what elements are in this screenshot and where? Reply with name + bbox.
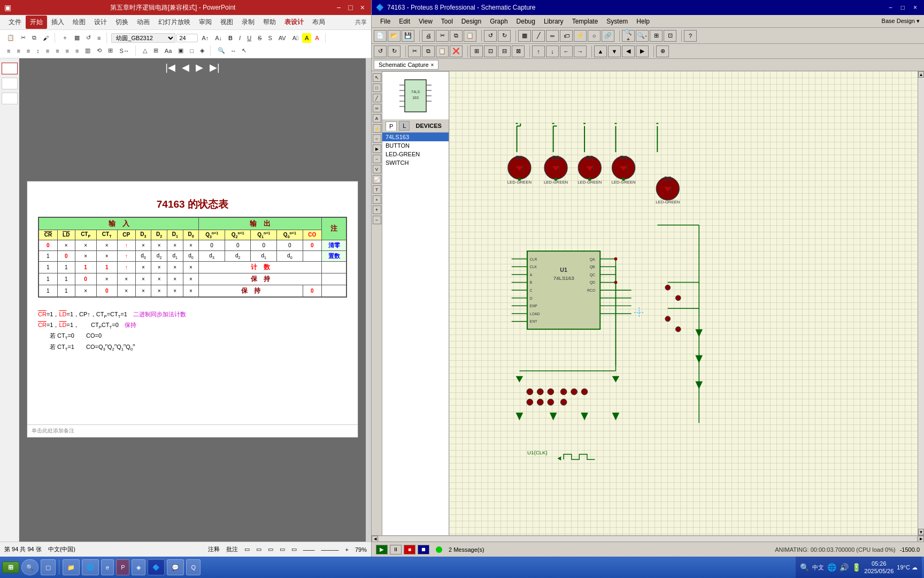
ppt-align-left-btn[interactable]: ≡ — [43, 46, 52, 56]
ppt-align-right-btn[interactable]: ≡ — [63, 46, 72, 56]
ppt-reset-btn[interactable]: ↺ — [83, 33, 94, 43]
ppt-quick-style-btn[interactable]: Aa — [162, 46, 174, 56]
p-zoom-area-btn[interactable]: ⊡ — [664, 30, 676, 42]
ppt-close-btn[interactable]: × — [358, 3, 367, 12]
proteus-menu-library[interactable]: Library — [540, 17, 568, 26]
ppt-layout-btn[interactable]: ▦ — [72, 33, 82, 43]
ppt-font-select[interactable]: 幼圆_GB2312 — [111, 33, 175, 43]
proteus-menu-template[interactable]: Template — [568, 17, 603, 26]
p-open-btn[interactable]: 📂 — [388, 30, 401, 42]
taskbar-explorer[interactable]: 📁 — [63, 559, 80, 575]
taskbar-edge[interactable]: 🌐 — [82, 559, 99, 575]
p-t2-btn9[interactable]: ⊟ — [498, 45, 511, 57]
scroll-right-btn[interactable]: ▶ — [918, 536, 924, 542]
p-t2-btn16[interactable]: ▼ — [608, 45, 621, 57]
p-zoom-out-btn[interactable]: 🔍- — [636, 30, 649, 42]
proto-bus-btn[interactable]: ═ — [373, 104, 381, 112]
proteus-menu-file[interactable]: File — [376, 17, 395, 26]
ppt-numbering-btn[interactable]: ≡ — [14, 46, 22, 56]
slide-next-btn[interactable]: ▶ — [196, 62, 203, 73]
proteus-min-btn[interactable]: − — [886, 4, 895, 11]
p-t2-btn7[interactable]: ⊞ — [470, 45, 483, 57]
ppt-min-btn[interactable]: − — [334, 3, 343, 12]
ppt-view-read[interactable]: ▭ — [280, 546, 285, 553]
p-t2-btn2[interactable]: ↻ — [388, 45, 401, 57]
ppt-spacing-btn[interactable]: AV — [276, 33, 289, 43]
ppt-max-btn[interactable]: □ — [346, 3, 355, 12]
ppt-underline-btn[interactable]: U — [244, 33, 254, 43]
proteus-menu-debug[interactable]: Debug — [512, 17, 540, 26]
device-tab-l[interactable]: L — [399, 121, 410, 131]
device-item-button[interactable]: BUTTON — [382, 141, 449, 150]
p-help-btn[interactable]: ? — [684, 30, 697, 42]
ppt-align-center-btn[interactable]: ≡ — [53, 46, 61, 56]
ppt-select-btn[interactable]: ↖ — [239, 45, 249, 56]
ppt-menu-draw[interactable]: 绘图 — [68, 16, 90, 29]
schematic-canvas[interactable]: D1 LED-GREEN D2 LED-GREEN D3 — [449, 71, 918, 535]
ppt-convert-btn[interactable]: S↔ — [117, 46, 132, 56]
ppt-menu-anim[interactable]: 动画 — [133, 16, 154, 29]
device-item-switch[interactable]: SWITCH — [382, 158, 449, 167]
ppt-bold-btn[interactable]: B — [226, 33, 235, 43]
p-t2-btn15[interactable]: ▲ — [594, 45, 607, 57]
proto-component-btn[interactable]: □ — [373, 83, 381, 92]
ppt-cut-btn[interactable]: ✂ — [18, 33, 28, 43]
proto-power-btn[interactable]: ⚡ — [373, 124, 381, 133]
scroll-up-btn[interactable]: ▲ — [918, 71, 924, 78]
proto-select-btn[interactable]: ↖ — [373, 73, 381, 82]
p-probe-btn[interactable]: ○ — [588, 30, 600, 42]
ppt-columns-btn[interactable]: ▥ — [82, 45, 93, 56]
proto-probe-btn[interactable]: ○ — [373, 134, 381, 143]
proto-gen-btn[interactable]: ~ — [373, 155, 381, 163]
taskbar-search[interactable]: 🔍 — [21, 559, 38, 575]
ppt-slide-thumb-3[interactable] — [2, 93, 18, 104]
p-t2-btn8[interactable]: ⊡ — [484, 45, 497, 57]
p-undo-btn[interactable]: ↺ — [484, 30, 497, 42]
sim-step-btn[interactable]: ⏸ — [390, 545, 402, 554]
ppt-menu-review[interactable]: 审阅 — [195, 16, 216, 29]
p-wire-btn[interactable]: ╱ — [532, 30, 545, 42]
p-block-btn[interactable]: ▦ — [518, 30, 531, 42]
proteus-menu-tool[interactable]: Tool — [437, 17, 457, 26]
p-t2-btn18[interactable]: ▶ — [636, 45, 649, 57]
ppt-slide-thumb-1[interactable] — [2, 63, 18, 74]
proto-label-btn[interactable]: A — [373, 114, 381, 123]
taskbar-vscode[interactable]: ◈ — [132, 559, 145, 575]
p-redo-btn[interactable]: ↻ — [498, 30, 511, 42]
tray-network-icon[interactable]: 🌐 — [827, 563, 836, 572]
sim-play-btn[interactable]: ▶ — [376, 545, 388, 554]
p-t2-btn12[interactable]: ↓ — [546, 45, 559, 57]
proto-zoom-plus-btn[interactable]: + — [373, 206, 381, 214]
ppt-align-text-btn[interactable]: ⊞ — [105, 45, 116, 56]
proteus-max-btn[interactable]: □ — [898, 4, 907, 11]
ppt-find-btn[interactable]: 🔍 — [215, 45, 228, 56]
proteus-menu-edit[interactable]: Edit — [395, 17, 414, 26]
ppt-line-space-btn[interactable]: ↕ — [34, 46, 42, 56]
ppt-menu-layout[interactable]: 布局 — [308, 16, 329, 29]
p-t2-btn10[interactable]: ⊠ — [512, 45, 525, 57]
device-item-74ls163[interactable]: 74LS163 — [382, 133, 449, 141]
slide-last-btn[interactable]: ▶| — [210, 62, 220, 73]
ppt-shape-fill-btn[interactable]: ▣ — [175, 45, 186, 56]
ppt-menu-file[interactable]: 文件 — [4, 16, 26, 29]
ppt-menu-view[interactable]: 视图 — [216, 16, 237, 29]
ppt-menu-design[interactable]: 设计 — [90, 16, 111, 29]
ppt-shape-btn[interactable]: △ — [140, 45, 150, 56]
p-t2-btn13[interactable]: ← — [560, 45, 573, 57]
ppt-replace-btn[interactable]: ↔ — [228, 46, 239, 56]
ppt-notes-btn[interactable]: 注释 — [208, 545, 220, 553]
p-copy-btn[interactable]: ⧉ — [450, 30, 463, 42]
proto-symbol-btn[interactable]: + — [373, 195, 381, 204]
p-t2-btn1[interactable]: ↺ — [374, 45, 387, 57]
ppt-italic-btn[interactable]: I — [236, 33, 243, 43]
slide-content[interactable]: 74163 的状态表 输 入 输 出 — [27, 181, 358, 438]
ppt-menu-help[interactable]: 帮助 — [259, 16, 280, 29]
ppt-zoom-slider[interactable]: ——— — [321, 546, 339, 553]
p-label-btn[interactable]: 🏷 — [560, 30, 573, 42]
tray-speaker-icon[interactable]: 🔊 — [840, 563, 849, 572]
slide-first-btn[interactable]: |◀ — [165, 62, 175, 73]
p-paste-btn[interactable]: 📋 — [464, 30, 476, 42]
ppt-list-level-btn[interactable]: ≡ — [24, 46, 33, 56]
ppt-share-btn[interactable]: 共享 — [355, 18, 367, 26]
proteus-menu-view[interactable]: View — [414, 17, 437, 26]
